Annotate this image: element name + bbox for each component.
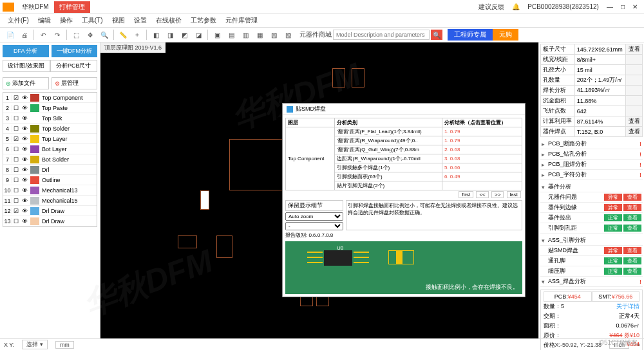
measure-icon[interactable]: 📏 xyxy=(117,29,129,41)
dfm-analysis-button[interactable]: 一键DFM分析 xyxy=(52,45,98,57)
undo-icon[interactable]: ↶ xyxy=(37,29,50,41)
window-maximize[interactable]: □ xyxy=(618,2,627,12)
pager-next[interactable]: >> xyxy=(491,191,504,198)
zoom-select[interactable]: Auto zoom xyxy=(285,212,343,221)
layer-manage-button[interactable]: ⚙层管理 xyxy=(52,77,98,89)
zoom-icon[interactable]: 🔍 xyxy=(98,29,111,41)
pager-last[interactable]: last xyxy=(507,191,521,198)
search-input[interactable] xyxy=(333,30,430,40)
status-xy: X Y: xyxy=(4,342,14,348)
layer-row[interactable]: 9☐👁Outline xyxy=(3,175,97,185)
tool-i-icon[interactable]: ▧ xyxy=(267,29,280,41)
promo-buy[interactable]: 元购 xyxy=(493,29,518,41)
status-unit-mm[interactable]: mm xyxy=(55,341,74,349)
pager: first << >> last xyxy=(285,190,522,199)
pager-prev[interactable]: << xyxy=(476,191,488,198)
title-bar: 华秋DFM 打样管理 建议反馈 🔔 PCB00028938(2823512) —… xyxy=(0,0,644,14)
new-icon[interactable]: 📄 xyxy=(4,29,17,41)
layer-row[interactable]: 5☑👁Top Layer xyxy=(3,134,97,144)
window-minimize[interactable]: — xyxy=(604,2,616,12)
analysis-item[interactable]: ▸PCB_字符分析! xyxy=(540,170,643,180)
layer-row[interactable]: 10☐👁Mechanical13 xyxy=(3,185,97,196)
table-row[interactable]: Top Component'翻窗'距离(F_Flat_Lead)(1个;3.84… xyxy=(286,127,522,136)
tool-d-icon[interactable]: ◪ xyxy=(192,29,205,41)
analysis-item[interactable]: 器件到边缘异常查看 xyxy=(540,203,643,213)
ass-pad-section-header[interactable]: ▾ASS_焊盘分析! xyxy=(540,277,643,287)
pcb-component xyxy=(200,190,209,210)
pager-first[interactable]: first xyxy=(459,191,473,198)
view-button[interactable]: 查看 xyxy=(626,116,643,127)
dialog-icon xyxy=(287,106,293,113)
plus-icon[interactable]: ＋ xyxy=(131,29,144,41)
select-icon[interactable]: ⬚ xyxy=(70,29,82,41)
analysis-item[interactable]: ▸PCB_钻孔分析! xyxy=(540,149,643,160)
layer-row[interactable]: 7☐👁Bot Solder xyxy=(3,154,97,165)
pcb-price-tab[interactable]: PCB:¥454 xyxy=(544,291,592,302)
pcb-component xyxy=(352,68,365,88)
window-close[interactable]: ✕ xyxy=(630,2,640,12)
canvas-tab[interactable]: 顶层原理图 2019-V1.6 xyxy=(100,42,166,53)
print-icon[interactable]: 🖨 xyxy=(18,29,31,41)
analysis-item[interactable]: 通孔脚正常查看 xyxy=(540,256,643,266)
analysis-item[interactable]: 元器件问题异常查看 xyxy=(540,192,643,203)
redo-icon[interactable]: ↷ xyxy=(51,29,64,41)
layer-row[interactable]: 12☑👁Drl Draw xyxy=(3,206,97,216)
menu-file[interactable]: 文件(F) xyxy=(4,15,33,26)
dialog-title: 贴SMD焊盘 xyxy=(296,105,326,113)
smt-price-tab[interactable]: SMT:¥756.66 xyxy=(592,291,640,302)
move-icon[interactable]: ✥ xyxy=(84,29,97,41)
dialog-title-bar[interactable]: 贴SMD焊盘 xyxy=(283,104,525,115)
board-info-table: 板子尺寸145.72X92.61mm查看线宽/线距8/8mil+孔径大小15 m… xyxy=(540,44,643,137)
menu-edit[interactable]: 编辑 xyxy=(34,15,55,26)
layer-row[interactable]: 4☐👁Top Solder xyxy=(3,124,97,134)
dfa-analysis-button[interactable]: DFA 分析 xyxy=(3,45,49,57)
view-button[interactable]: 查看 xyxy=(626,44,643,55)
tool-g-icon[interactable]: ▥ xyxy=(239,29,252,41)
menu-tools[interactable]: 工具(T) xyxy=(78,15,107,26)
notification-icon[interactable]: 🔔 xyxy=(509,2,522,12)
add-file-button[interactable]: ⊕添加文件 xyxy=(3,77,49,89)
menu-process[interactable]: 工艺参数 xyxy=(187,15,220,26)
analyze-size-button[interactable]: 分析PCB尺寸 xyxy=(50,60,98,72)
tool-f-icon[interactable]: ▤ xyxy=(225,29,238,41)
tool-e-icon[interactable]: ▣ xyxy=(211,29,223,41)
search-button[interactable]: 🔍 xyxy=(431,30,442,40)
layer-row[interactable]: 11☐👁Mechanical15 xyxy=(3,196,97,206)
layer-row[interactable]: 2☐👁Top Paste xyxy=(3,103,97,113)
extra-select[interactable]: - xyxy=(285,222,343,230)
tool-c-icon[interactable]: ◩ xyxy=(178,29,191,41)
pcb-analysis-section: ▸PCB_断路分析!▸PCB_钻孔分析!▸PCB_阻焊分析!▸PCB_字符分析! xyxy=(540,139,643,180)
layer-row[interactable]: 6☐👁Bot Layer xyxy=(3,144,97,154)
menu-operate[interactable]: 操作 xyxy=(56,15,77,26)
status-select[interactable]: 选择 ▾ xyxy=(22,340,48,349)
design-view-button[interactable]: 设计图/效果图 xyxy=(3,60,50,72)
layer-row[interactable]: 3☐👁Top Silk xyxy=(3,113,97,124)
detail-link[interactable]: 关于详情 xyxy=(616,302,639,311)
analysis-item[interactable]: ▸PCB_阻焊分析! xyxy=(540,160,643,170)
promo-engineer[interactable]: 工程师专属 xyxy=(448,29,493,41)
menu-view[interactable]: 视图 xyxy=(108,15,129,26)
tool-j-icon[interactable]: ▨ xyxy=(281,29,294,41)
pcb-component xyxy=(216,235,232,258)
analysis-item[interactable]: 贴SMD焊盘异常查看 xyxy=(540,246,643,256)
active-tab[interactable]: 打样管理 xyxy=(54,1,90,13)
layer-row[interactable]: 8☐👁Drl xyxy=(3,165,97,175)
menu-online[interactable]: 在线核价 xyxy=(152,15,185,26)
menu-bar: 文件(F) 编辑 操作 工具(T) 视图 设置 在线核价 工艺参数 元件库管理 xyxy=(0,14,644,27)
view-button[interactable]: 查看 xyxy=(626,127,643,137)
tool-h-icon[interactable]: ▦ xyxy=(253,29,266,41)
analysis-item[interactable]: 器件拉出正常查看 xyxy=(540,213,643,223)
analysis-item[interactable]: 细压脚正常查看 xyxy=(540,266,643,277)
layer-row[interactable]: 13☐👁Drl Draw xyxy=(3,216,97,226)
tool-a-icon[interactable]: ◧ xyxy=(149,29,162,41)
analysis-table: 图层分析类别分析结果（点击查看位置） Top Component'翻窗'距离(F… xyxy=(285,118,522,190)
analysis-item[interactable]: ▸PCB_断路分析! xyxy=(540,139,643,149)
layer-row[interactable]: 1☑👁Top Component xyxy=(3,93,97,103)
feedback-link[interactable]: 建议反馈 xyxy=(476,1,507,13)
menu-settings[interactable]: 设置 xyxy=(130,15,151,26)
menu-library[interactable]: 元件库管理 xyxy=(222,15,261,26)
tool-b-icon[interactable]: ◨ xyxy=(164,29,176,41)
detail-text: 引脚和焊盘接触面积比例过小，可能存在无法焊接或者焊接不良性。建议选择合适的元件焊… xyxy=(346,200,522,230)
analysis-item[interactable]: 引脚到孔距正常查看 xyxy=(540,223,643,234)
right-panel: 板子尺寸145.72X92.61mm查看线宽/线距8/8mil+孔径大小15 m… xyxy=(538,42,644,338)
